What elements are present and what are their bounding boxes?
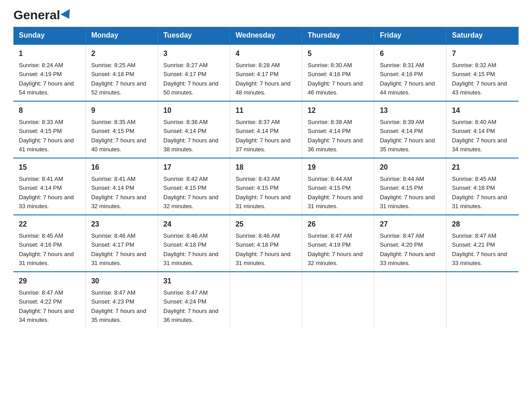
- day-info: Sunrise: 8:43 AMSunset: 4:15 PMDaylight:…: [236, 176, 291, 210]
- day-cell: 11 Sunrise: 8:37 AMSunset: 4:14 PMDaylig…: [230, 101, 302, 158]
- day-cell: 9 Sunrise: 8:35 AMSunset: 4:15 PMDayligh…: [86, 101, 158, 158]
- day-info: Sunrise: 8:39 AMSunset: 4:14 PMDaylight:…: [380, 119, 435, 153]
- day-number: 28: [452, 219, 513, 230]
- day-cell: 6 Sunrise: 8:31 AMSunset: 4:16 PMDayligh…: [374, 44, 446, 101]
- day-cell: 23 Sunrise: 8:46 AMSunset: 4:17 PMDaylig…: [86, 215, 158, 272]
- header-day-monday: Monday: [86, 27, 158, 44]
- header-day-sunday: Sunday: [13, 27, 86, 44]
- day-number: 18: [236, 162, 296, 173]
- calendar-header: SundayMondayTuesdayWednesdayThursdayFrid…: [13, 27, 519, 44]
- day-info: Sunrise: 8:47 AMSunset: 4:19 PMDaylight:…: [308, 232, 363, 266]
- day-number: 23: [91, 219, 152, 230]
- day-cell: 12 Sunrise: 8:38 AMSunset: 4:14 PMDaylig…: [302, 101, 374, 158]
- day-number: 16: [91, 162, 152, 173]
- day-info: Sunrise: 8:44 AMSunset: 4:15 PMDaylight:…: [308, 176, 363, 210]
- day-info: Sunrise: 8:25 AMSunset: 4:18 PMDaylight:…: [91, 62, 146, 96]
- header-day-saturday: Saturday: [446, 27, 519, 44]
- header-day-friday: Friday: [374, 27, 446, 44]
- day-info: Sunrise: 8:46 AMSunset: 4:17 PMDaylight:…: [91, 232, 146, 266]
- day-info: Sunrise: 8:36 AMSunset: 4:14 PMDaylight:…: [163, 119, 219, 153]
- day-info: Sunrise: 8:41 AMSunset: 4:14 PMDaylight:…: [19, 176, 74, 210]
- day-cell: 3 Sunrise: 8:27 AMSunset: 4:17 PMDayligh…: [158, 44, 230, 101]
- day-info: Sunrise: 8:46 AMSunset: 4:18 PMDaylight:…: [236, 232, 291, 266]
- day-cell: 2 Sunrise: 8:25 AMSunset: 4:18 PMDayligh…: [86, 44, 158, 101]
- day-number: 3: [163, 48, 224, 59]
- day-cell: 5 Sunrise: 8:30 AMSunset: 4:16 PMDayligh…: [302, 44, 374, 101]
- day-number: 20: [380, 162, 441, 173]
- day-number: 12: [308, 105, 369, 116]
- day-cell: 18 Sunrise: 8:43 AMSunset: 4:15 PMDaylig…: [230, 158, 302, 215]
- logo-general-text: General: [13, 9, 73, 21]
- week-row-1: 1 Sunrise: 8:24 AMSunset: 4:19 PMDayligh…: [13, 44, 519, 101]
- day-cell: [302, 272, 374, 328]
- day-cell: [446, 272, 519, 328]
- day-info: Sunrise: 8:45 AMSunset: 4:16 PMDaylight:…: [452, 176, 507, 210]
- day-number: 29: [19, 276, 80, 287]
- day-info: Sunrise: 8:24 AMSunset: 4:19 PMDaylight:…: [19, 62, 74, 96]
- day-info: Sunrise: 8:40 AMSunset: 4:14 PMDaylight:…: [452, 119, 507, 153]
- day-cell: 21 Sunrise: 8:45 AMSunset: 4:16 PMDaylig…: [446, 158, 519, 215]
- day-cell: 10 Sunrise: 8:36 AMSunset: 4:14 PMDaylig…: [158, 101, 230, 158]
- day-cell: 4 Sunrise: 8:28 AMSunset: 4:17 PMDayligh…: [230, 44, 302, 101]
- day-cell: 24 Sunrise: 8:46 AMSunset: 4:18 PMDaylig…: [158, 215, 230, 272]
- day-cell: 27 Sunrise: 8:47 AMSunset: 4:20 PMDaylig…: [374, 215, 446, 272]
- day-number: 21: [452, 162, 513, 173]
- day-info: Sunrise: 8:37 AMSunset: 4:14 PMDaylight:…: [236, 119, 291, 153]
- day-cell: 25 Sunrise: 8:46 AMSunset: 4:18 PMDaylig…: [230, 215, 302, 272]
- day-info: Sunrise: 8:46 AMSunset: 4:18 PMDaylight:…: [163, 232, 219, 266]
- day-number: 13: [380, 105, 441, 116]
- week-row-2: 8 Sunrise: 8:33 AMSunset: 4:15 PMDayligh…: [13, 101, 519, 158]
- day-cell: [230, 272, 302, 328]
- day-number: 25: [236, 219, 296, 230]
- logo: General: [13, 9, 73, 22]
- day-info: Sunrise: 8:47 AMSunset: 4:23 PMDaylight:…: [91, 289, 146, 323]
- day-cell: 29 Sunrise: 8:47 AMSunset: 4:22 PMDaylig…: [13, 272, 86, 328]
- day-number: 8: [19, 105, 80, 116]
- day-header-row: SundayMondayTuesdayWednesdayThursdayFrid…: [13, 27, 519, 44]
- day-info: Sunrise: 8:47 AMSunset: 4:22 PMDaylight:…: [19, 289, 74, 323]
- day-number: 27: [380, 219, 441, 230]
- header-day-wednesday: Wednesday: [230, 27, 302, 44]
- day-number: 11: [236, 105, 296, 116]
- day-cell: 13 Sunrise: 8:39 AMSunset: 4:14 PMDaylig…: [374, 101, 446, 158]
- day-number: 7: [452, 48, 513, 59]
- day-number: 2: [91, 48, 152, 59]
- day-number: 24: [163, 219, 224, 230]
- day-cell: 20 Sunrise: 8:44 AMSunset: 4:15 PMDaylig…: [374, 158, 446, 215]
- day-number: 15: [19, 162, 80, 173]
- day-number: 31: [163, 276, 224, 287]
- day-cell: 8 Sunrise: 8:33 AMSunset: 4:15 PMDayligh…: [13, 101, 86, 158]
- calendar-table: SundayMondayTuesdayWednesdayThursdayFrid…: [13, 27, 519, 328]
- day-info: Sunrise: 8:32 AMSunset: 4:15 PMDaylight:…: [452, 62, 507, 96]
- week-row-3: 15 Sunrise: 8:41 AMSunset: 4:14 PMDaylig…: [13, 158, 519, 215]
- page-header: General: [13, 9, 519, 22]
- day-number: 5: [308, 48, 369, 59]
- day-info: Sunrise: 8:28 AMSunset: 4:17 PMDaylight:…: [236, 62, 291, 96]
- day-cell: 31 Sunrise: 8:47 AMSunset: 4:24 PMDaylig…: [158, 272, 230, 328]
- logo-triangle-icon: [60, 9, 74, 21]
- day-number: 9: [91, 105, 152, 116]
- day-cell: 7 Sunrise: 8:32 AMSunset: 4:15 PMDayligh…: [446, 44, 519, 101]
- day-number: 4: [236, 48, 296, 59]
- day-number: 6: [380, 48, 441, 59]
- day-info: Sunrise: 8:47 AMSunset: 4:24 PMDaylight:…: [163, 289, 219, 323]
- day-cell: 30 Sunrise: 8:47 AMSunset: 4:23 PMDaylig…: [86, 272, 158, 328]
- day-info: Sunrise: 8:47 AMSunset: 4:20 PMDaylight:…: [380, 232, 435, 266]
- day-cell: 14 Sunrise: 8:40 AMSunset: 4:14 PMDaylig…: [446, 101, 519, 158]
- day-number: 17: [163, 162, 224, 173]
- day-info: Sunrise: 8:27 AMSunset: 4:17 PMDaylight:…: [163, 62, 219, 96]
- header-day-thursday: Thursday: [302, 27, 374, 44]
- day-cell: 1 Sunrise: 8:24 AMSunset: 4:19 PMDayligh…: [13, 44, 86, 101]
- day-number: 14: [452, 105, 513, 116]
- day-number: 1: [19, 48, 80, 59]
- day-number: 26: [308, 219, 369, 230]
- week-row-4: 22 Sunrise: 8:45 AMSunset: 4:16 PMDaylig…: [13, 215, 519, 272]
- day-info: Sunrise: 8:38 AMSunset: 4:14 PMDaylight:…: [308, 119, 363, 153]
- header-day-tuesday: Tuesday: [158, 27, 230, 44]
- week-row-5: 29 Sunrise: 8:47 AMSunset: 4:22 PMDaylig…: [13, 272, 519, 328]
- day-info: Sunrise: 8:45 AMSunset: 4:16 PMDaylight:…: [19, 232, 74, 266]
- calendar-body: 1 Sunrise: 8:24 AMSunset: 4:19 PMDayligh…: [13, 44, 519, 328]
- day-cell: 28 Sunrise: 8:47 AMSunset: 4:21 PMDaylig…: [446, 215, 519, 272]
- day-cell: 16 Sunrise: 8:41 AMSunset: 4:14 PMDaylig…: [86, 158, 158, 215]
- day-cell: 15 Sunrise: 8:41 AMSunset: 4:14 PMDaylig…: [13, 158, 86, 215]
